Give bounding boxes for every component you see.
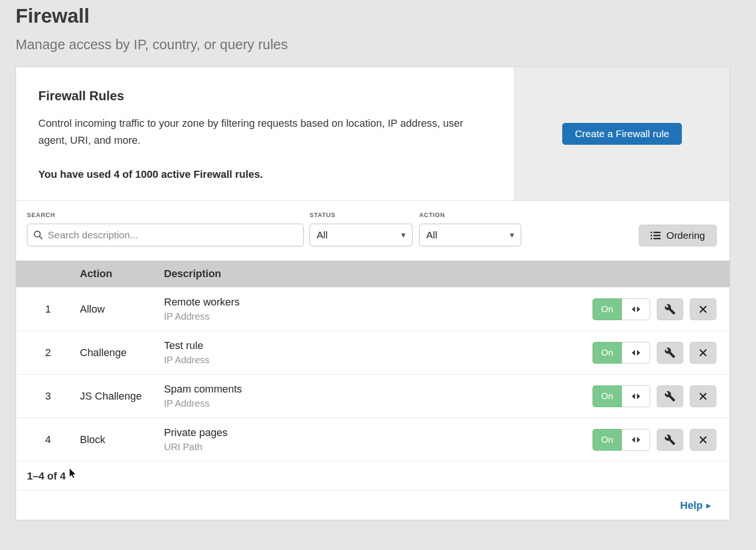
filter-bar: SEARCH STATUS All ▾ ACTION (16, 201, 730, 261)
delete-rule-button[interactable] (690, 429, 716, 451)
rule-match-type: IP Address (164, 311, 593, 322)
toggle-drag-handle[interactable] (622, 342, 650, 364)
search-filter: SEARCH (27, 211, 309, 246)
status-filter: STATUS All ▾ (309, 211, 419, 246)
table-row: 1 Allow Remote workers IP Address On (16, 287, 730, 331)
rule-enabled-toggle[interactable]: On (593, 385, 622, 407)
help-link[interactable]: Help ▸ (680, 499, 711, 512)
action-filter: ACTION All ▾ (419, 211, 521, 246)
arrow-left-icon (632, 306, 635, 312)
rule-description: Remote workers (164, 296, 593, 308)
card-action-panel: Create a Firewall rule (514, 67, 730, 201)
toggle-drag-handle[interactable] (622, 429, 650, 451)
rule-match-type: URI Path (164, 442, 593, 453)
search-box (27, 224, 304, 246)
toggle-drag-handle[interactable] (622, 298, 650, 320)
rule-description: Test rule (164, 340, 593, 352)
wrench-icon (664, 391, 676, 402)
rule-action: Allow (80, 303, 164, 315)
pagination-summary: 1–4 of 4 (16, 461, 730, 490)
search-icon (33, 230, 43, 240)
arrow-left-icon (632, 393, 635, 399)
delete-rule-button[interactable] (690, 342, 716, 364)
wrench-icon (664, 434, 676, 445)
close-icon (697, 391, 709, 402)
close-icon (697, 304, 709, 315)
action-selected-value: All (426, 229, 437, 241)
wrench-icon (664, 304, 676, 315)
rule-enabled-toggle[interactable]: On (593, 429, 622, 451)
edit-rule-button[interactable] (657, 342, 683, 364)
rule-match-type: IP Address (164, 398, 593, 409)
rule-match-type: IP Address (164, 355, 593, 366)
ordering-list-icon (651, 231, 661, 240)
rules-usage-text: You have used 4 of 1000 active Firewall … (38, 168, 495, 181)
rule-enabled-toggle[interactable]: On (593, 342, 622, 364)
edit-rule-button[interactable] (657, 298, 683, 320)
table-row: 3 JS Challenge Spam comments IP Address … (16, 374, 730, 418)
arrow-right-icon: ▸ (706, 500, 711, 511)
page-subtitle: Manage access by IP, country, or query r… (16, 37, 756, 52)
ordering-button-label: Ordering (666, 230, 705, 241)
search-label: SEARCH (27, 211, 309, 218)
rule-number: 4 (16, 434, 80, 446)
rule-controls: On (593, 385, 730, 407)
help-link-label: Help (680, 499, 703, 512)
close-icon (697, 347, 709, 358)
table-row: 2 Challenge Test rule IP Address On (16, 331, 730, 374)
edit-rule-button[interactable] (657, 385, 683, 407)
rule-description-cell: Test rule IP Address (164, 340, 593, 366)
card-intro: Firewall Rules Control incoming traffic … (16, 67, 514, 201)
table-row: 4 Block Private pages URI Path On (16, 418, 730, 461)
chevron-down-icon: ▾ (401, 230, 405, 240)
rule-description: Spam comments (164, 383, 593, 395)
close-icon (697, 434, 709, 445)
rule-toggle-group: On (593, 385, 650, 407)
create-firewall-rule-button[interactable]: Create a Firewall rule (562, 123, 682, 145)
rule-action: Block (80, 434, 164, 446)
rule-description: Private pages (164, 427, 593, 439)
action-label: ACTION (419, 211, 521, 218)
rule-controls: On (593, 429, 730, 451)
page-title: Firewall (16, 5, 756, 27)
wrench-icon (664, 347, 676, 358)
rule-toggle-group: On (593, 298, 650, 320)
rule-number: 2 (16, 347, 80, 359)
rule-description-cell: Private pages URI Path (164, 427, 593, 453)
action-select[interactable]: All ▾ (419, 224, 521, 246)
delete-rule-button[interactable] (690, 298, 716, 320)
status-select[interactable]: All ▾ (309, 224, 412, 246)
rule-number: 3 (16, 390, 80, 402)
arrow-left-icon (632, 437, 635, 443)
ordering-button[interactable]: Ordering (639, 225, 717, 246)
chevron-down-icon: ▾ (510, 230, 514, 240)
rule-toggle-group: On (593, 429, 650, 451)
arrow-right-icon (637, 437, 640, 443)
card-top-section: Firewall Rules Control incoming traffic … (16, 67, 730, 201)
card-description: Control incoming traffic to your zone by… (38, 115, 485, 148)
arrow-right-icon (637, 350, 640, 356)
arrow-left-icon (632, 350, 635, 356)
edit-rule-button[interactable] (657, 429, 683, 451)
rule-description-cell: Spam comments IP Address (164, 383, 593, 409)
rule-toggle-group: On (593, 342, 650, 364)
delete-rule-button[interactable] (690, 385, 716, 407)
rule-controls: On (593, 298, 730, 320)
search-input[interactable] (48, 229, 298, 241)
table-header: Action Description (16, 261, 730, 287)
status-selected-value: All (317, 229, 327, 241)
arrow-right-icon (637, 306, 640, 312)
firewall-rules-card: Firewall Rules Control incoming traffic … (16, 67, 730, 520)
rule-controls: On (593, 342, 730, 364)
rule-number: 1 (16, 303, 80, 315)
rule-action: Challenge (80, 347, 164, 359)
help-bar: Help ▸ (16, 490, 730, 520)
toggle-drag-handle[interactable] (622, 385, 650, 407)
rule-description-cell: Remote workers IP Address (164, 296, 593, 322)
rule-enabled-toggle[interactable]: On (593, 298, 622, 320)
status-label: STATUS (309, 211, 419, 218)
firewall-page: Firewall Manage access by IP, country, o… (0, 5, 756, 550)
arrow-right-icon (637, 393, 640, 399)
header-description-column: Description (164, 268, 730, 280)
card-heading: Firewall Rules (38, 89, 495, 104)
